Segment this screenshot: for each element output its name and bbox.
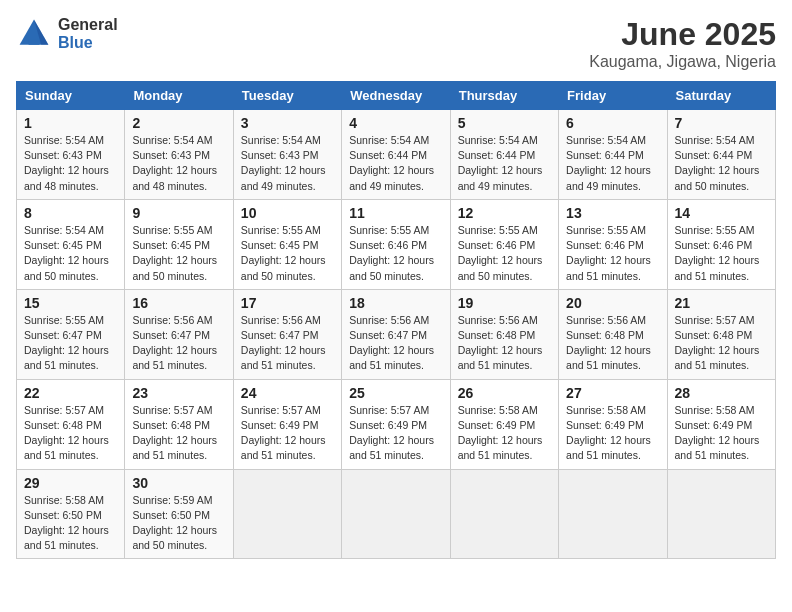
day-info: Sunrise: 5:56 AMSunset: 6:47 PMDaylight:…: [132, 314, 217, 372]
table-row: 14 Sunrise: 5:55 AMSunset: 6:46 PMDaylig…: [667, 199, 775, 289]
day-info: Sunrise: 5:55 AMSunset: 6:45 PMDaylight:…: [241, 224, 326, 282]
day-number: 15: [24, 295, 117, 311]
day-number: 13: [566, 205, 659, 221]
table-row: 17 Sunrise: 5:56 AMSunset: 6:47 PMDaylig…: [233, 289, 341, 379]
table-row: 4 Sunrise: 5:54 AMSunset: 6:44 PMDayligh…: [342, 110, 450, 200]
table-row: 27 Sunrise: 5:58 AMSunset: 6:49 PMDaylig…: [559, 379, 667, 469]
day-number: 14: [675, 205, 768, 221]
table-row: 18 Sunrise: 5:56 AMSunset: 6:47 PMDaylig…: [342, 289, 450, 379]
day-number: 21: [675, 295, 768, 311]
day-info: Sunrise: 5:54 AMSunset: 6:44 PMDaylight:…: [675, 134, 760, 192]
day-info: Sunrise: 5:54 AMSunset: 6:44 PMDaylight:…: [566, 134, 651, 192]
day-number: 20: [566, 295, 659, 311]
day-number: 6: [566, 115, 659, 131]
day-number: 25: [349, 385, 442, 401]
day-info: Sunrise: 5:56 AMSunset: 6:47 PMDaylight:…: [349, 314, 434, 372]
day-number: 19: [458, 295, 551, 311]
table-row: 8 Sunrise: 5:54 AMSunset: 6:45 PMDayligh…: [17, 199, 125, 289]
title-section: June 2025 Kaugama, Jigawa, Nigeria: [589, 16, 776, 71]
table-row: [667, 469, 775, 559]
day-number: 26: [458, 385, 551, 401]
day-info: Sunrise: 5:57 AMSunset: 6:48 PMDaylight:…: [24, 404, 109, 462]
col-friday: Friday: [559, 82, 667, 110]
day-number: 2: [132, 115, 225, 131]
day-info: Sunrise: 5:55 AMSunset: 6:46 PMDaylight:…: [566, 224, 651, 282]
table-row: 24 Sunrise: 5:57 AMSunset: 6:49 PMDaylig…: [233, 379, 341, 469]
col-saturday: Saturday: [667, 82, 775, 110]
logo-general-text: General: [58, 16, 118, 34]
page-header: General Blue June 2025 Kaugama, Jigawa, …: [16, 16, 776, 71]
logo-icon: [16, 16, 52, 52]
day-info: Sunrise: 5:55 AMSunset: 6:46 PMDaylight:…: [458, 224, 543, 282]
day-number: 7: [675, 115, 768, 131]
calendar-week-3: 15 Sunrise: 5:55 AMSunset: 6:47 PMDaylig…: [17, 289, 776, 379]
table-row: 5 Sunrise: 5:54 AMSunset: 6:44 PMDayligh…: [450, 110, 558, 200]
calendar-subtitle: Kaugama, Jigawa, Nigeria: [589, 53, 776, 71]
day-number: 28: [675, 385, 768, 401]
day-info: Sunrise: 5:55 AMSunset: 6:46 PMDaylight:…: [675, 224, 760, 282]
day-info: Sunrise: 5:56 AMSunset: 6:47 PMDaylight:…: [241, 314, 326, 372]
day-info: Sunrise: 5:58 AMSunset: 6:49 PMDaylight:…: [675, 404, 760, 462]
table-row: 28 Sunrise: 5:58 AMSunset: 6:49 PMDaylig…: [667, 379, 775, 469]
table-row: [233, 469, 341, 559]
table-row: 20 Sunrise: 5:56 AMSunset: 6:48 PMDaylig…: [559, 289, 667, 379]
day-info: Sunrise: 5:57 AMSunset: 6:49 PMDaylight:…: [241, 404, 326, 462]
svg-rect-2: [29, 39, 40, 44]
day-number: 3: [241, 115, 334, 131]
table-row: 12 Sunrise: 5:55 AMSunset: 6:46 PMDaylig…: [450, 199, 558, 289]
day-number: 29: [24, 475, 117, 491]
day-number: 9: [132, 205, 225, 221]
day-info: Sunrise: 5:57 AMSunset: 6:49 PMDaylight:…: [349, 404, 434, 462]
calendar-title: June 2025: [589, 16, 776, 53]
day-info: Sunrise: 5:59 AMSunset: 6:50 PMDaylight:…: [132, 494, 217, 552]
table-row: 11 Sunrise: 5:55 AMSunset: 6:46 PMDaylig…: [342, 199, 450, 289]
table-row: [450, 469, 558, 559]
calendar-week-4: 22 Sunrise: 5:57 AMSunset: 6:48 PMDaylig…: [17, 379, 776, 469]
day-info: Sunrise: 5:54 AMSunset: 6:44 PMDaylight:…: [349, 134, 434, 192]
day-info: Sunrise: 5:55 AMSunset: 6:46 PMDaylight:…: [349, 224, 434, 282]
calendar-table: Sunday Monday Tuesday Wednesday Thursday…: [16, 81, 776, 559]
day-info: Sunrise: 5:57 AMSunset: 6:48 PMDaylight:…: [675, 314, 760, 372]
table-row: 3 Sunrise: 5:54 AMSunset: 6:43 PMDayligh…: [233, 110, 341, 200]
day-number: 22: [24, 385, 117, 401]
col-monday: Monday: [125, 82, 233, 110]
table-row: 10 Sunrise: 5:55 AMSunset: 6:45 PMDaylig…: [233, 199, 341, 289]
day-number: 8: [24, 205, 117, 221]
day-number: 11: [349, 205, 442, 221]
table-row: 2 Sunrise: 5:54 AMSunset: 6:43 PMDayligh…: [125, 110, 233, 200]
table-row: 6 Sunrise: 5:54 AMSunset: 6:44 PMDayligh…: [559, 110, 667, 200]
col-thursday: Thursday: [450, 82, 558, 110]
day-info: Sunrise: 5:56 AMSunset: 6:48 PMDaylight:…: [566, 314, 651, 372]
table-row: 23 Sunrise: 5:57 AMSunset: 6:48 PMDaylig…: [125, 379, 233, 469]
table-row: 9 Sunrise: 5:55 AMSunset: 6:45 PMDayligh…: [125, 199, 233, 289]
day-number: 1: [24, 115, 117, 131]
table-row: [342, 469, 450, 559]
col-wednesday: Wednesday: [342, 82, 450, 110]
logo-text: General Blue: [58, 16, 118, 51]
logo: General Blue: [16, 16, 118, 52]
day-number: 30: [132, 475, 225, 491]
day-info: Sunrise: 5:54 AMSunset: 6:44 PMDaylight:…: [458, 134, 543, 192]
day-info: Sunrise: 5:54 AMSunset: 6:43 PMDaylight:…: [241, 134, 326, 192]
calendar-week-1: 1 Sunrise: 5:54 AMSunset: 6:43 PMDayligh…: [17, 110, 776, 200]
day-info: Sunrise: 5:55 AMSunset: 6:45 PMDaylight:…: [132, 224, 217, 282]
table-row: 26 Sunrise: 5:58 AMSunset: 6:49 PMDaylig…: [450, 379, 558, 469]
table-row: 13 Sunrise: 5:55 AMSunset: 6:46 PMDaylig…: [559, 199, 667, 289]
table-row: 1 Sunrise: 5:54 AMSunset: 6:43 PMDayligh…: [17, 110, 125, 200]
day-number: 4: [349, 115, 442, 131]
calendar-header-row: Sunday Monday Tuesday Wednesday Thursday…: [17, 82, 776, 110]
table-row: 29 Sunrise: 5:58 AMSunset: 6:50 PMDaylig…: [17, 469, 125, 559]
day-info: Sunrise: 5:58 AMSunset: 6:49 PMDaylight:…: [458, 404, 543, 462]
table-row: 22 Sunrise: 5:57 AMSunset: 6:48 PMDaylig…: [17, 379, 125, 469]
day-info: Sunrise: 5:57 AMSunset: 6:48 PMDaylight:…: [132, 404, 217, 462]
col-tuesday: Tuesday: [233, 82, 341, 110]
day-info: Sunrise: 5:56 AMSunset: 6:48 PMDaylight:…: [458, 314, 543, 372]
day-number: 18: [349, 295, 442, 311]
day-info: Sunrise: 5:54 AMSunset: 6:43 PMDaylight:…: [24, 134, 109, 192]
day-number: 24: [241, 385, 334, 401]
day-number: 17: [241, 295, 334, 311]
calendar-week-5: 29 Sunrise: 5:58 AMSunset: 6:50 PMDaylig…: [17, 469, 776, 559]
calendar-week-2: 8 Sunrise: 5:54 AMSunset: 6:45 PMDayligh…: [17, 199, 776, 289]
day-number: 10: [241, 205, 334, 221]
table-row: [559, 469, 667, 559]
